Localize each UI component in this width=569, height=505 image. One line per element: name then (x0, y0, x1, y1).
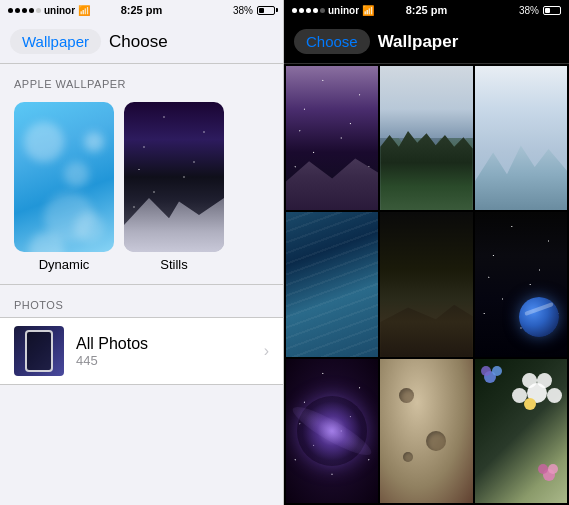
dynamic-bg (14, 102, 114, 252)
bokeh-2 (64, 162, 89, 187)
bokeh-4 (84, 132, 104, 152)
right-dot-4 (313, 8, 318, 13)
left-battery-icon (257, 6, 275, 15)
right-nav-title: Wallpaper (378, 32, 459, 52)
left-time: 8:25 pm (121, 4, 163, 16)
left-back-button[interactable]: Wallpaper (10, 29, 101, 54)
planet-earth (519, 297, 559, 337)
left-nav-title: Choose (109, 32, 168, 52)
right-time: 8:25 pm (406, 4, 448, 16)
left-battery-fill (259, 8, 264, 13)
space-stars (475, 212, 567, 356)
right-carrier-name: uninor (328, 5, 359, 16)
apple-wallpaper-grid: Dynamic Stills (0, 96, 283, 284)
left-status-bar: uninor 📶 8:25 pm 38% (0, 0, 283, 20)
grid-cell-earth-space[interactable] (475, 212, 567, 356)
all-photos-item[interactable]: All Photos 445 › (0, 317, 283, 385)
dynamic-thumb[interactable]: Dynamic (14, 102, 114, 272)
right-nav-bar: Choose Wallpaper (284, 20, 569, 64)
right-battery-fill (545, 8, 550, 13)
flower-blue (479, 366, 504, 396)
chevron-right-icon: › (264, 342, 269, 360)
dot-1 (8, 8, 13, 13)
grid-cell-mountain-snow[interactable] (475, 66, 567, 210)
dot-2 (15, 8, 20, 13)
all-photos-thumb (14, 326, 64, 376)
all-photos-thumb-inner (14, 326, 64, 376)
bokeh-1 (24, 122, 64, 162)
right-back-button[interactable]: Choose (294, 29, 370, 54)
left-wifi-icon: 📶 (78, 5, 90, 16)
stills-bg (124, 102, 224, 252)
right-dot-5 (320, 8, 325, 13)
left-carrier-name: uninor (44, 5, 75, 16)
right-status-right: 38% (519, 5, 561, 16)
grid-cell-galaxy[interactable] (286, 66, 378, 210)
left-panel: uninor 📶 8:25 pm 38% Wallpaper Choose AP… (0, 0, 284, 505)
wave-lines (286, 212, 378, 356)
cloud-band (524, 302, 554, 316)
flower-white (512, 373, 562, 433)
all-photos-title: All Photos (76, 335, 264, 353)
right-carrier-signal: uninor 📶 (292, 5, 374, 16)
flower-pink (538, 464, 558, 489)
stills-thumb[interactable]: Stills (124, 102, 224, 272)
right-dot-3 (306, 8, 311, 13)
right-dot-2 (299, 8, 304, 13)
right-wifi-icon: 📶 (362, 5, 374, 16)
snow-sky (380, 66, 472, 138)
forest-trees (380, 131, 472, 210)
photos-section-header: PHOTOS (0, 285, 283, 317)
left-signal-pct: 38% (233, 5, 253, 16)
right-status-bar: uninor 📶 8:25 pm 38% (284, 0, 569, 20)
stills-label: Stills (160, 257, 187, 272)
signal-dots (8, 8, 41, 13)
crater-1 (399, 388, 414, 403)
grid-cell-snow-forest[interactable] (380, 66, 472, 210)
apple-wallpaper-header: APPLE WALLPAPER (0, 64, 283, 96)
right-dot-1 (292, 8, 297, 13)
right-battery-icon (543, 6, 561, 15)
wallpaper-grid (284, 64, 569, 505)
dynamic-thumb-image[interactable] (14, 102, 114, 252)
left-status-right: 38% (233, 5, 275, 16)
dynamic-label: Dynamic (39, 257, 90, 272)
left-nav-bar: Wallpaper Choose (0, 20, 283, 64)
right-signal-pct: 38% (519, 5, 539, 16)
grid-cell-dark-desert[interactable] (380, 212, 472, 356)
grid-cell-flowers[interactable] (475, 359, 567, 503)
dot-3 (22, 8, 27, 13)
all-photos-count: 445 (76, 353, 264, 368)
phone-overlay-icon (25, 330, 53, 372)
stills-thumb-image[interactable] (124, 102, 224, 252)
right-panel: uninor 📶 8:25 pm 38% Choose Wallpaper (284, 0, 569, 505)
grid-cell-underwater[interactable] (286, 212, 378, 356)
dot-4 (29, 8, 34, 13)
dot-5 (36, 8, 41, 13)
grid-cell-moon[interactable] (380, 359, 472, 503)
moon-surface-bg (380, 359, 472, 503)
all-photos-text: All Photos 445 (76, 335, 264, 368)
left-carrier-signal: uninor 📶 (8, 5, 90, 16)
grid-cell-galaxy-spiral[interactable] (286, 359, 378, 503)
bokeh-6 (74, 212, 104, 242)
mountain-range (475, 138, 567, 210)
right-signal-dots (292, 8, 325, 13)
